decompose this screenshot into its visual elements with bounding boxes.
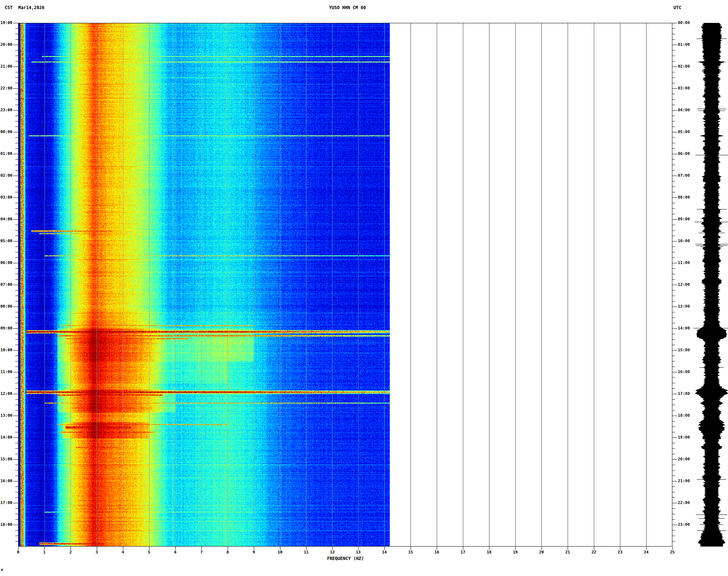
left-quarter-tick: [15, 50, 18, 51]
left-hour-tick: [13, 372, 18, 372]
left-hour-tick: [13, 416, 18, 416]
right-time-label: 15:00: [678, 348, 700, 353]
left-quarter-tick: [15, 77, 18, 78]
right-time-label: 16:00: [678, 369, 700, 375]
spectrogram-canvas: [18, 23, 672, 547]
left-hour-tick: [13, 503, 18, 503]
left-hour-tick: [13, 67, 18, 67]
freq-tick-label: 22: [587, 550, 601, 555]
left-hour-tick: [13, 481, 18, 481]
timezone-left-label: CST: [5, 5, 13, 10]
freq-tick-label: 16: [429, 550, 444, 555]
left-quarter-tick: [15, 187, 18, 187]
left-hour-tick: [13, 307, 18, 307]
right-quarter-tick: [672, 476, 675, 476]
right-quarter-tick: [672, 492, 675, 492]
left-quarter-tick: [15, 487, 18, 487]
right-quarter-tick: [672, 28, 675, 29]
frequency-axis-title: FREQUENCY (HZ): [309, 556, 382, 561]
left-quarter-tick: [15, 148, 18, 149]
freq-tick: [620, 547, 620, 550]
right-quarter-tick: [672, 345, 675, 345]
right-quarter-tick: [672, 405, 675, 405]
freq-tick: [594, 547, 594, 550]
right-quarter-tick: [672, 530, 675, 531]
left-quarter-tick: [15, 317, 18, 318]
right-quarter-tick: [672, 454, 675, 454]
right-hour-tick: [672, 67, 677, 67]
right-quarter-tick: [672, 170, 675, 171]
left-quarter-tick: [15, 137, 18, 138]
left-quarter-tick: [15, 399, 18, 400]
freq-tick: [44, 547, 45, 550]
left-quarter-tick: [15, 99, 18, 100]
freq-tick: [71, 547, 71, 550]
left-hour-tick: [13, 132, 18, 132]
left-quarter-tick: [15, 214, 18, 214]
right-quarter-tick: [672, 334, 675, 334]
right-quarter-tick: [672, 236, 675, 236]
right-hour-tick: [672, 328, 677, 329]
left-hour-tick: [13, 437, 18, 438]
left-hour-tick: [13, 88, 18, 89]
right-quarter-tick: [672, 148, 675, 149]
freq-tick-label: 6: [168, 550, 183, 555]
right-time-label: 23:00: [678, 522, 700, 527]
left-hour-tick: [13, 197, 18, 198]
left-time-label: 13:00: [0, 413, 12, 418]
left-quarter-tick: [15, 476, 18, 476]
right-quarter-tick: [672, 432, 675, 432]
right-quarter-tick: [672, 143, 675, 143]
right-quarter-tick: [672, 214, 675, 214]
left-time-label: 03:00: [0, 195, 12, 200]
freq-tick-label: 14: [377, 550, 392, 555]
left-time-label: 07:00: [0, 282, 12, 287]
left-hour-tick: [13, 394, 18, 394]
right-quarter-tick: [672, 268, 675, 269]
right-time-label: 07:00: [678, 173, 700, 178]
right-time-label: 17:00: [678, 391, 700, 396]
freq-tick-label: 4: [116, 550, 130, 555]
left-quarter-tick: [15, 61, 18, 61]
right-quarter-tick: [672, 34, 675, 34]
right-hour-tick: [672, 372, 677, 372]
left-time-label: 22:00: [0, 86, 12, 91]
right-quarter-tick: [672, 519, 675, 520]
left-hour-tick: [13, 459, 18, 460]
freq-tick: [280, 547, 280, 550]
right-quarter-tick: [672, 94, 675, 94]
right-time-label: 22:00: [678, 500, 700, 505]
left-hour-tick: [13, 23, 18, 23]
left-quarter-tick: [15, 39, 18, 40]
freq-tick-label: 10: [273, 550, 287, 555]
right-quarter-tick: [672, 290, 675, 291]
right-quarter-tick: [672, 388, 675, 389]
freq-tick-label: 20: [534, 550, 549, 555]
right-quarter-tick: [672, 323, 675, 323]
freq-tick-label: 3: [89, 550, 104, 555]
left-quarter-tick: [15, 247, 18, 247]
right-quarter-tick: [672, 356, 675, 356]
left-quarter-tick: [15, 208, 18, 209]
right-quarter-tick: [672, 427, 675, 427]
left-quarter-tick: [15, 83, 18, 83]
left-quarter-tick: [15, 508, 18, 509]
left-quarter-tick: [15, 454, 18, 454]
left-quarter-tick: [15, 345, 18, 345]
right-quarter-tick: [672, 137, 675, 138]
left-quarter-tick: [15, 361, 18, 361]
left-quarter-tick: [15, 367, 18, 367]
right-quarter-tick: [672, 508, 675, 509]
freq-tick: [515, 547, 516, 550]
right-quarter-tick: [672, 83, 675, 83]
right-quarter-tick: [672, 159, 675, 160]
freq-tick-label: 8: [220, 550, 235, 555]
left-quarter-tick: [15, 72, 18, 72]
freq-tick: [123, 547, 123, 550]
right-time-label: 00:00: [678, 20, 700, 25]
left-quarter-tick: [15, 165, 18, 165]
left-time-label: 19:00: [0, 20, 12, 25]
left-quarter-tick: [15, 377, 18, 378]
right-quarter-tick: [672, 247, 675, 247]
left-time-label: 02:00: [0, 173, 12, 178]
